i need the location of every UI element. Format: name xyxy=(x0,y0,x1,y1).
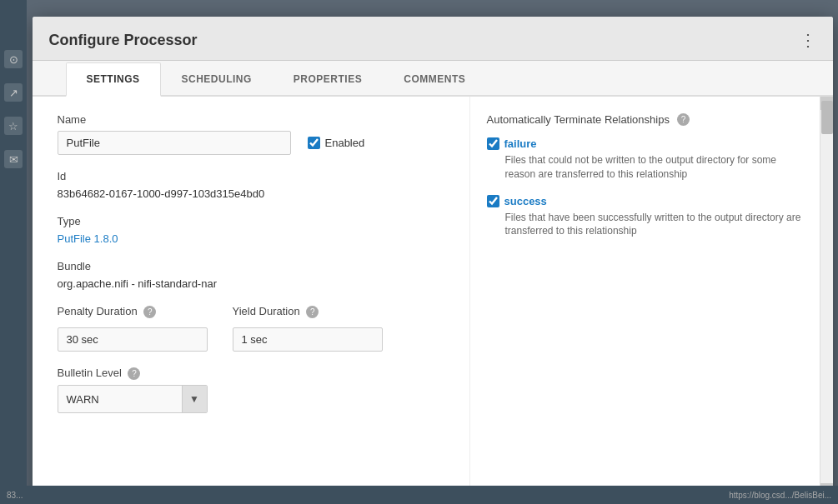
failure-name: failure xyxy=(504,137,537,150)
sidebar-icon-2[interactable]: ↗ xyxy=(4,83,23,102)
type-value: PutFile 1.8.0 xyxy=(58,232,444,245)
success-name: success xyxy=(504,195,547,207)
type-section: Type PutFile 1.8.0 xyxy=(58,215,444,245)
penalty-group: Penalty Duration ? 30 sec xyxy=(58,305,208,352)
type-label: Type xyxy=(58,215,444,227)
bulletin-select-value: WARN xyxy=(58,388,182,411)
relationships-title: Automatically Terminate Relationships ? xyxy=(487,113,803,126)
tabs-bar: SETTINGS SCHEDULING PROPERTIES COMMENTS xyxy=(33,61,833,97)
yield-label: Yield Duration ? xyxy=(233,305,383,318)
dialog-title: Configure Processor xyxy=(49,32,198,49)
bottom-bar-text: 83... xyxy=(7,491,23,500)
sidebar-icon-1[interactable]: ⊙ xyxy=(4,50,23,68)
yield-help-icon[interactable]: ? xyxy=(306,306,319,318)
tab-properties[interactable]: PROPERTIES xyxy=(273,62,383,97)
penalty-input[interactable]: 30 sec xyxy=(58,327,208,352)
bulletin-select[interactable]: WARN ▼ xyxy=(58,385,208,413)
name-label: Name xyxy=(58,113,444,126)
penalty-help-icon[interactable]: ? xyxy=(143,306,156,318)
bulletin-label: Bulletin Level ? xyxy=(58,367,444,380)
enabled-label: Enabled xyxy=(325,137,365,149)
enabled-checkbox[interactable] xyxy=(308,137,320,149)
success-checkbox[interactable] xyxy=(487,195,499,207)
penalty-label: Penalty Duration ? xyxy=(58,305,208,318)
tab-scheduling[interactable]: SCHEDULING xyxy=(161,62,273,97)
failure-description: Files that could not be written to the o… xyxy=(487,153,803,182)
bulletin-dropdown-arrow[interactable]: ▼ xyxy=(182,386,207,412)
id-section: Id 83b64682-0167-1000-d997-103d315e4bd0 xyxy=(58,170,444,200)
relationship-success: success Files that have been successfull… xyxy=(487,195,803,239)
duration-row: Penalty Duration ? 30 sec Yield Duration… xyxy=(58,305,444,352)
yield-group: Yield Duration ? 1 sec xyxy=(233,305,383,352)
relationships-help-icon[interactable]: ? xyxy=(677,113,690,126)
right-panel: Automatically Terminate Relationships ? … xyxy=(469,97,820,497)
bottom-bar: 83... https://blog.csd.../BelisBei... xyxy=(0,486,838,504)
failure-check-row: failure xyxy=(487,137,803,150)
yield-input[interactable]: 1 sec xyxy=(233,327,383,352)
configure-processor-dialog: Configure Processor ⋮ SETTINGS SCHEDULIN… xyxy=(33,17,833,504)
bulletin-help-icon[interactable]: ? xyxy=(128,367,140,380)
bundle-value: org.apache.nifi - nifi-standard-nar xyxy=(58,277,444,290)
scrollbar[interactable]: ▲ ▼ xyxy=(820,97,833,497)
dialog-body: Name PutFile Enabled Id 83b64682-0167-10… xyxy=(33,97,833,497)
name-input[interactable]: PutFile xyxy=(58,131,291,155)
id-value: 83b64682-0167-1000-d997-103d315e4bd0 xyxy=(58,187,444,200)
scrollbar-thumb[interactable] xyxy=(821,101,833,134)
bundle-label: Bundle xyxy=(58,260,444,272)
success-description: Files that have been successfully writte… xyxy=(487,211,803,239)
left-sidebar: ⊙ ↗ ☆ ✉ xyxy=(0,0,27,504)
left-panel: Name PutFile Enabled Id 83b64682-0167-10… xyxy=(33,97,469,497)
dialog-menu-icon[interactable]: ⋮ xyxy=(800,30,816,50)
sidebar-icon-3[interactable]: ☆ xyxy=(4,117,23,135)
bulletin-section: Bulletin Level ? WARN ▼ xyxy=(58,367,444,413)
id-label: Id xyxy=(58,170,444,182)
bundle-section: Bundle org.apache.nifi - nifi-standard-n… xyxy=(58,260,444,290)
sidebar-icon-4[interactable]: ✉ xyxy=(4,150,23,168)
tab-comments[interactable]: COMMENTS xyxy=(383,62,486,97)
relationship-failure: failure Files that could not be written … xyxy=(487,137,803,182)
name-row: PutFile Enabled xyxy=(58,131,444,155)
success-check-row: success xyxy=(487,195,803,207)
failure-checkbox[interactable] xyxy=(487,137,499,150)
dialog-header: Configure Processor ⋮ xyxy=(33,17,833,61)
watermark-text: https://blog.csd.../BelisBei... xyxy=(729,491,831,500)
tab-settings[interactable]: SETTINGS xyxy=(66,62,161,97)
enabled-check-row: Enabled xyxy=(308,137,365,149)
